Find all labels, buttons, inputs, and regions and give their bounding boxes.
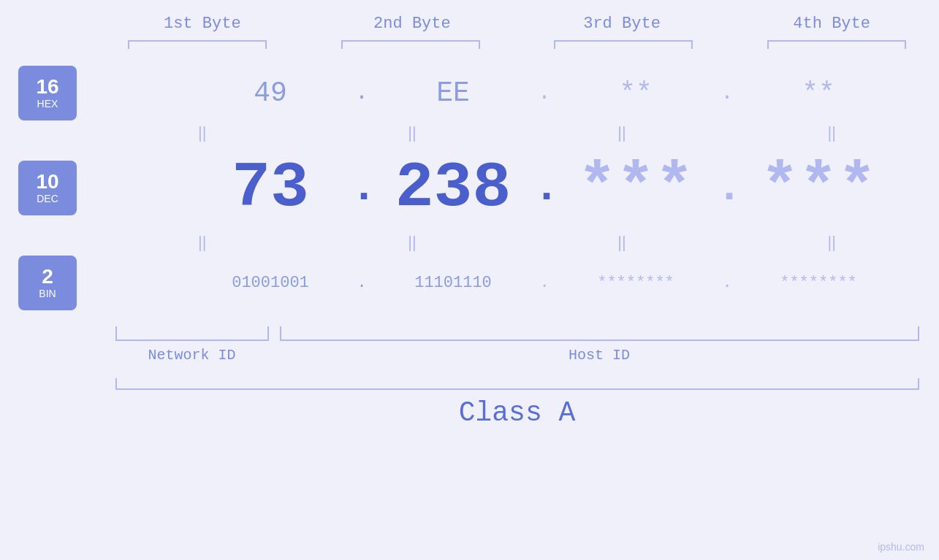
hex-row: 16 HEX 49 . EE . ** . ** bbox=[0, 64, 939, 122]
header-byte1: 1st Byte bbox=[122, 15, 283, 33]
eq1-b2: || bbox=[332, 123, 493, 142]
dot-dec-2: . bbox=[533, 163, 555, 212]
dec-values-row: 73 . 238 . *** . *** bbox=[190, 152, 939, 224]
network-id-label: Network ID bbox=[115, 347, 269, 364]
eq2-b4: || bbox=[751, 233, 912, 252]
dec-b1: 73 bbox=[190, 152, 351, 224]
host-bracket bbox=[280, 326, 919, 341]
header-byte2: 2nd Byte bbox=[332, 15, 493, 33]
dot-hex-2: . bbox=[533, 80, 555, 105]
bin-b2: 11101110 bbox=[373, 274, 533, 292]
watermark: ipshu.com bbox=[878, 541, 924, 553]
bin-label: 2 BIN bbox=[0, 256, 95, 310]
class-section: Class A bbox=[115, 378, 919, 429]
dec-label-box: 10 DEC bbox=[18, 161, 77, 215]
class-label: Class A bbox=[115, 397, 919, 429]
bottom-section: Network ID Host ID Class A bbox=[115, 319, 919, 429]
eq1-b4: || bbox=[751, 123, 912, 142]
bracket-1 bbox=[128, 40, 267, 49]
dot-dec-3: . bbox=[716, 163, 738, 212]
eq2-b2: || bbox=[332, 233, 493, 252]
dot-bin-1: . bbox=[351, 274, 373, 292]
hex-b1: 49 bbox=[190, 77, 351, 109]
equals-row-2: || || || || bbox=[115, 231, 919, 253]
dot-hex-3: . bbox=[716, 80, 738, 105]
bin-b3: ******** bbox=[555, 274, 716, 292]
header-byte3: 3rd Byte bbox=[541, 15, 702, 33]
bin-row: 2 BIN 01001001 . 11101110 . ******** . *… bbox=[0, 253, 939, 312]
bottom-brackets bbox=[115, 319, 919, 341]
dot-bin-2: . bbox=[533, 274, 555, 292]
hex-label: 16 HEX bbox=[0, 66, 95, 120]
bin-b1: 01001001 bbox=[190, 274, 351, 292]
hex-label-box: 16 HEX bbox=[18, 66, 77, 120]
eq2-b3: || bbox=[541, 233, 702, 252]
dec-b4: *** bbox=[738, 152, 899, 224]
byte-headers: 1st Byte 2nd Byte 3rd Byte 4th Byte bbox=[115, 15, 919, 33]
dec-b3: *** bbox=[555, 152, 716, 224]
dec-label: 10 DEC bbox=[0, 161, 95, 215]
eq1-b3: || bbox=[541, 123, 702, 142]
dec-b2: 238 bbox=[373, 152, 533, 224]
dot-hex-1: . bbox=[351, 80, 373, 105]
bin-label-box: 2 BIN bbox=[18, 256, 77, 310]
eq2-b1: || bbox=[122, 233, 283, 252]
bin-b4: ******** bbox=[738, 274, 899, 292]
hex-values-row: 49 . EE . ** . ** bbox=[190, 77, 939, 109]
hex-b4: ** bbox=[738, 77, 899, 109]
equals-row-1: || || || || bbox=[115, 122, 919, 144]
hex-b3: ** bbox=[555, 77, 716, 109]
bracket-3 bbox=[554, 40, 693, 49]
bottom-labels: Network ID Host ID bbox=[115, 347, 919, 364]
hex-b2: EE bbox=[373, 77, 533, 109]
header-byte4: 4th Byte bbox=[751, 15, 912, 33]
main-container: 1st Byte 2nd Byte 3rd Byte 4th Byte 16 H… bbox=[0, 0, 939, 560]
dec-row: 10 DEC 73 . 238 . *** . *** bbox=[0, 144, 939, 231]
dot-dec-1: . bbox=[351, 163, 373, 212]
dot-bin-3: . bbox=[716, 274, 738, 292]
top-brackets bbox=[115, 40, 919, 49]
bracket-2 bbox=[341, 40, 480, 49]
class-bracket bbox=[115, 378, 919, 390]
bracket-4 bbox=[767, 40, 906, 49]
eq1-b1: || bbox=[122, 123, 283, 142]
network-bracket bbox=[115, 326, 269, 341]
host-id-label: Host ID bbox=[280, 347, 919, 364]
bin-values-row: 01001001 . 11101110 . ******** . *******… bbox=[190, 274, 939, 292]
